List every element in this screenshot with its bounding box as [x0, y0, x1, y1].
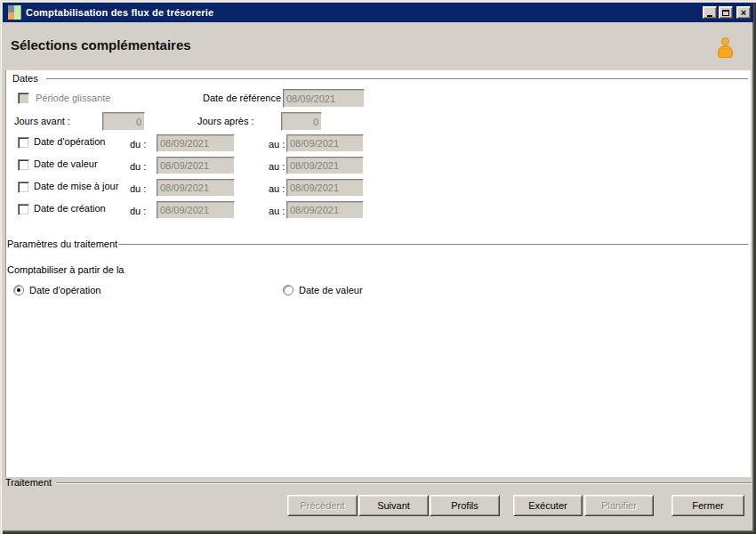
executer-button[interactable]: Exécuter: [513, 495, 583, 516]
dialog-window: Comptabilisation des flux de trésorerie …: [0, 0, 756, 534]
date-operation-au-input[interactable]: [286, 134, 364, 152]
jours-apres-label: Jours après :: [197, 116, 254, 127]
fermer-button[interactable]: Fermer: [672, 495, 744, 516]
au-label: au :: [269, 139, 285, 150]
date-valeur-du-input[interactable]: [157, 157, 235, 174]
radio-date-operation-label[interactable]: Date d'opération: [29, 285, 101, 296]
au-label: au :: [269, 161, 285, 173]
parametres-group-line: [118, 244, 748, 246]
date-creation-au-input[interactable]: [286, 201, 364, 219]
maximize-icon: [722, 10, 729, 16]
date-operation-du-input[interactable]: [157, 134, 235, 152]
date-mise-a-jour-du-input[interactable]: [157, 179, 235, 197]
suivant-button[interactable]: Suivant: [358, 495, 429, 516]
titlebar[interactable]: Comptabilisation des flux de trésorerie …: [3, 3, 753, 22]
maximize-button[interactable]: [719, 6, 733, 19]
date-mise-a-jour-checkbox[interactable]: [18, 182, 29, 193]
date-reference-label: Date de référence :: [203, 93, 286, 104]
comptabiliser-subtitle: Comptabiliser à partir de la: [7, 264, 124, 276]
date-operation-label[interactable]: Date d'opération: [34, 136, 105, 148]
close-button[interactable]: ×: [736, 6, 751, 19]
jours-avant-input[interactable]: [102, 112, 145, 131]
traitement-group-label: Traitement: [5, 477, 52, 489]
minimize-button[interactable]: [703, 6, 717, 19]
date-valeur-au-input[interactable]: [286, 157, 364, 174]
precedent-button[interactable]: Précédent: [287, 495, 358, 516]
date-mise-a-jour-label[interactable]: Date de mise à jour: [34, 181, 118, 192]
radio-date-valeur[interactable]: [283, 285, 294, 295]
close-icon: ×: [741, 8, 746, 17]
traitement-group-line: [56, 482, 752, 484]
jours-avant-label: Jours avant :: [14, 116, 70, 127]
date-operation-checkbox[interactable]: [18, 137, 29, 149]
date-mise-a-jour-au-input[interactable]: [286, 179, 364, 197]
minimize-icon: [707, 15, 712, 17]
radio-date-operation[interactable]: [13, 285, 24, 295]
du-label: du :: [130, 206, 146, 217]
planifier-button[interactable]: Planifier: [584, 495, 654, 516]
au-label: au :: [269, 206, 285, 217]
periode-glissante-label: Période glissante: [36, 93, 110, 104]
du-label: du :: [130, 139, 146, 150]
periode-glissante-checkbox[interactable]: [18, 93, 29, 104]
parametres-group-label: Paramètres du traitement: [7, 239, 117, 250]
app-icon: [8, 5, 22, 20]
au-label: au :: [269, 183, 285, 195]
profils-button[interactable]: Profils: [430, 495, 500, 516]
date-reference-input[interactable]: [283, 89, 365, 108]
date-creation-label[interactable]: Date de création: [34, 203, 106, 214]
user-person-icon: [717, 37, 735, 61]
radio-date-valeur-label[interactable]: Date de valeur: [299, 285, 363, 296]
date-valeur-checkbox[interactable]: [18, 159, 29, 171]
dates-group-label: Dates: [12, 73, 38, 85]
date-creation-du-input[interactable]: [157, 201, 235, 219]
du-label: du :: [130, 183, 146, 195]
jours-apres-input[interactable]: [281, 112, 322, 131]
date-creation-checkbox[interactable]: [18, 204, 29, 215]
date-valeur-label[interactable]: Date de valeur: [34, 158, 98, 170]
dates-group-line: [46, 78, 748, 80]
du-label: du :: [130, 161, 146, 173]
radio-selected-dot: [17, 288, 20, 292]
window-title: Comptabilisation des flux de trésorerie: [26, 7, 703, 18]
page-title: Sélections complémentaires: [11, 37, 191, 53]
